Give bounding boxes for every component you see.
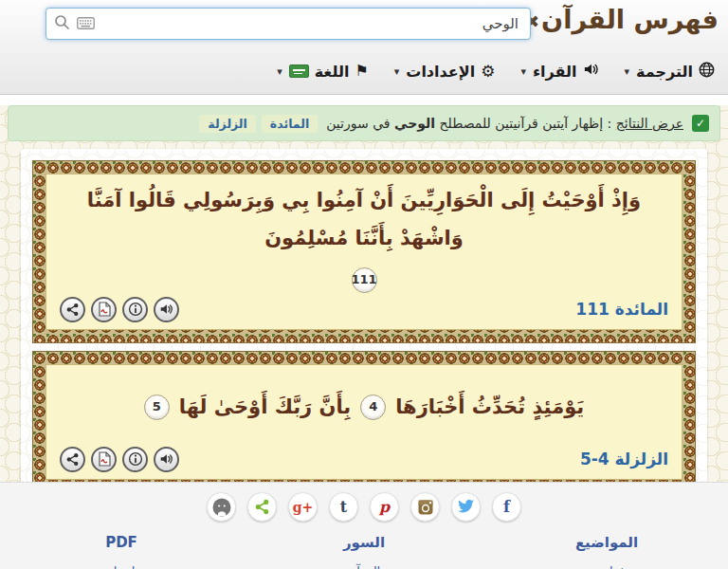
verse-card: يَوْمَئِذٍ تُحَدِّثُ أَخْبَارَهَا4بِأَنَ…	[32, 351, 696, 493]
info-button[interactable]	[122, 297, 148, 322]
footer-columns: المواضيع فهارس السور القرآن PDF اجزاء	[0, 533, 728, 569]
footer-col-topics: المواضيع فهارس	[485, 533, 728, 569]
audio-button[interactable]	[154, 447, 179, 472]
results-term: الوحي	[394, 116, 435, 131]
footer: g+ t p f المواضيع فهارس السور القرآن PDF…	[0, 482, 728, 569]
results-suffix: في سورتين	[326, 116, 390, 131]
verse-card-inner: يَوْمَئِذٍ تُحَدِّثُ أَخْبَارَهَا4بِأَنَ…	[46, 364, 682, 480]
search-icon[interactable]	[54, 14, 70, 34]
verse-reference[interactable]: المائدة 111	[575, 300, 668, 319]
flag-icon: ⚑	[355, 64, 368, 79]
gear-icon: ⚙	[481, 64, 495, 80]
share-icon[interactable]	[247, 492, 277, 522]
speaker-icon	[583, 62, 599, 81]
nav-settings[interactable]: ⚙ الإعدادات ▾	[394, 63, 496, 81]
verse-actions	[60, 447, 179, 472]
footer-col-link[interactable]: اجزاء	[0, 564, 243, 569]
ayah-text: وَإِذْ أَوْحَيْتُ إِلَى الْحَوَارِيِّينَ…	[60, 182, 668, 258]
footer-col-link[interactable]: القرآن	[243, 564, 485, 569]
results-checkbox[interactable]: ✓	[692, 115, 709, 132]
info-button[interactable]	[122, 447, 148, 472]
pdf-button[interactable]	[91, 447, 117, 472]
footer-col-link[interactable]: فهارس	[485, 564, 728, 569]
ayah-range: 4-5	[580, 450, 610, 468]
surah-badge[interactable]: المائدة	[262, 115, 318, 133]
verse-text-line: يَوْمَئِذٍ تُحَدِّثُ أَخْبَارَهَا4بِأَنَ…	[60, 373, 668, 443]
verses-panel: وَإِذْ أَوْحَيْتُ إِلَى الْحَوَارِيِّينَ…	[21, 149, 707, 505]
results-link[interactable]: عرض النتائج	[616, 116, 683, 131]
chevron-down-icon: ▾	[520, 65, 526, 78]
footer-col-title[interactable]: المواضيع	[575, 534, 638, 551]
verse-reference[interactable]: الزلزلة 4-5	[580, 450, 668, 468]
nav-translation[interactable]: الترجمة ▾	[625, 62, 715, 82]
nav-language[interactable]: ⚑ اللغة ▾	[277, 63, 369, 81]
ayah-number-badge: 5	[144, 395, 170, 420]
chevron-down-icon: ▾	[277, 65, 282, 78]
footer-col-title[interactable]: السور	[343, 534, 385, 551]
verse-text-line: وَإِذْ أَوْحَيْتُ إِلَى الْحَوَارِيِّينَ…	[60, 182, 668, 293]
footer-col-pdf: PDF اجزاء	[0, 533, 243, 569]
header: فهرس القرآن ✖ الترجمة ▾ القراء ▾	[0, 0, 728, 95]
google-plus-icon[interactable]: g+	[288, 492, 318, 522]
search-box	[46, 8, 531, 40]
globe-icon	[699, 62, 715, 82]
verse-footer: المائدة 111	[60, 297, 668, 322]
tumblr-icon[interactable]: t	[329, 492, 358, 522]
pdf-button[interactable]	[91, 297, 117, 322]
nav-translation-label: الترجمة	[636, 63, 693, 81]
main-nav: الترجمة ▾ القراء ▾ ⚙ الإعدادات ▾ ⚑ اللغة…	[0, 47, 728, 95]
saudi-flag-icon	[289, 64, 309, 78]
search-input[interactable]	[95, 15, 522, 32]
ayah-range: 111	[575, 300, 610, 319]
ayah-number-badge: 111	[352, 267, 377, 293]
search-box-icons	[54, 14, 95, 34]
facebook-icon[interactable]: f	[492, 492, 521, 522]
surah-name: الزلزلة	[615, 450, 668, 468]
nav-language-label: اللغة	[315, 63, 350, 81]
github-icon[interactable]	[207, 492, 236, 522]
surah-name: المائدة	[615, 300, 668, 319]
chevron-down-icon: ▾	[625, 65, 630, 78]
footer-col-surahs: السور القرآن	[243, 533, 485, 569]
verse-actions	[60, 297, 179, 322]
chevron-down-icon: ▾	[394, 65, 400, 78]
nav-settings-label: الإعدادات	[406, 63, 475, 81]
ayah-text: يَوْمَئِذٍ تُحَدِّثُ أَخْبَارَهَا	[395, 389, 584, 427]
ayah-text: بِأَنَّ رَبَّكَ أَوْحَىٰ لَهَا	[179, 389, 351, 427]
share-button[interactable]	[60, 447, 85, 472]
footer-col-title[interactable]: PDF	[105, 534, 137, 551]
results-bar: ✓ عرض النتائج : إظهار آيتين قرآنيتين للم…	[8, 105, 720, 141]
nav-readers[interactable]: القراء ▾	[520, 62, 598, 81]
main-content: ✓ عرض النتائج : إظهار آيتين قرآنيتين للم…	[0, 105, 728, 482]
ayah-number-badge: 4	[360, 395, 386, 420]
pinterest-icon[interactable]: p	[370, 492, 399, 522]
surah-badge[interactable]: الزلزلة	[199, 115, 256, 133]
keyboard-icon[interactable]	[77, 15, 95, 33]
social-links: g+ t p f	[0, 483, 728, 522]
site-logo-text: فهرس القرآن	[541, 5, 719, 34]
verse-footer: الزلزلة 4-5	[60, 447, 668, 472]
nav-readers-label: القراء	[533, 63, 577, 81]
verse-card-inner: وَإِذْ أَوْحَيْتُ إِلَى الْحَوَارِيِّينَ…	[46, 174, 682, 330]
results-text: عرض النتائج : إظهار آيتين قرآنيتين للمصط…	[326, 116, 683, 131]
results-description: : إظهار آيتين قرآنيتين للمصطلح	[440, 116, 612, 131]
twitter-icon[interactable]	[451, 492, 481, 522]
audio-button[interactable]	[154, 297, 179, 322]
site-logo[interactable]: فهرس القرآن ✖	[525, 5, 719, 34]
surah-badges: المائدةالزلزلة	[199, 115, 318, 133]
share-button[interactable]	[60, 297, 85, 322]
instagram-icon[interactable]	[410, 492, 440, 522]
verse-card: وَإِذْ أَوْحَيْتُ إِلَى الْحَوَارِيِّينَ…	[32, 160, 696, 343]
